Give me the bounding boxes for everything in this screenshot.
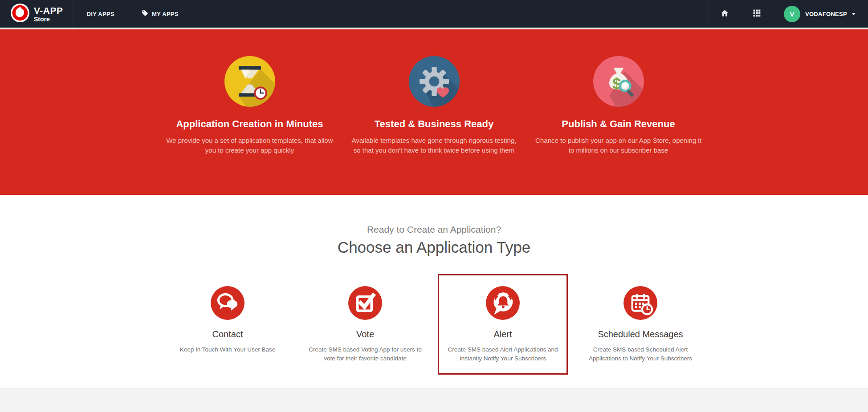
feature-card-creation: Application Creation in Minutes We provi… [160, 56, 339, 195]
apps-grid-button[interactable] [741, 0, 773, 28]
nav-item-diy-apps[interactable]: DIY APPS [73, 0, 128, 28]
chat-bubbles-icon [167, 286, 289, 320]
brand-subtitle: Store [34, 16, 63, 22]
application-chooser: Ready to Create an Application? Choose a… [0, 195, 868, 375]
vodafone-logo-icon [11, 4, 29, 24]
app-title: Vote [304, 329, 426, 339]
feature-card-revenue: $ Publish & Gain Revenue Chance to publi… [529, 56, 708, 195]
section-title: Choose an Application Type [0, 238, 868, 256]
calendar-clock-icon [579, 286, 701, 320]
nav-item-label: MY APPS [152, 11, 179, 17]
avatar: V [784, 6, 800, 22]
feature-description: Chance to publish your app on our App St… [533, 136, 705, 155]
money-bag-icon: $ [529, 56, 708, 107]
nav-item-label: DIY APPS [87, 11, 114, 17]
nav-item-my-apps[interactable]: MY APPS [128, 0, 192, 28]
navbar-right: V VODAFONESP [709, 0, 868, 28]
top-navbar: V-APP Store DIY APPS MY APPS [0, 0, 868, 28]
app-title: Contact [167, 329, 289, 339]
app-tile-vote[interactable]: Vote Create SMS based Voting App for use… [300, 274, 430, 375]
vote-checkbox-icon [304, 286, 426, 320]
brand-title: V-APP [34, 6, 63, 15]
apps-grid-icon [753, 9, 761, 19]
hero-section: Application Creation in Minutes We provi… [0, 29, 868, 195]
tag-icon [142, 10, 148, 18]
app-description: Keep In Touch With Your User Base [169, 345, 286, 354]
app-type-tiles: Contact Keep In Touch With Your User Bas… [0, 274, 868, 375]
app-description: Create SMS based Alert Applications and … [444, 345, 562, 364]
app-title: Alert [442, 329, 564, 339]
app-description: Create SMS based Voting App for users to… [306, 345, 424, 364]
footer-strip [0, 388, 868, 412]
feature-title: Tested & Business Ready [345, 118, 524, 130]
feature-description: We provide you a set of application temp… [164, 136, 336, 155]
app-tile-scheduled-messages[interactable]: Scheduled Messages Create SMS based Sche… [575, 274, 705, 375]
user-name: VODAFONESP [805, 11, 847, 17]
brand-text: V-APP Store [34, 6, 63, 22]
home-button[interactable] [709, 0, 741, 28]
chevron-down-icon [852, 13, 856, 17]
app-description: Create SMS based Scheduled Alert Applica… [582, 345, 699, 364]
feature-card-tested: Tested & Business Ready Available templa… [345, 56, 524, 195]
app-title: Scheduled Messages [579, 329, 701, 339]
feature-title: Publish & Gain Revenue [529, 118, 708, 130]
gear-heart-icon [345, 56, 524, 107]
section-subtitle: Ready to Create an Application? [0, 224, 868, 235]
app-tile-contact[interactable]: Contact Keep In Touch With Your User Bas… [163, 274, 293, 365]
brand-logo[interactable]: V-APP Store [0, 0, 73, 28]
feature-description: Available templates have gone through ri… [348, 136, 520, 155]
alert-bell-bubble-icon [442, 286, 564, 320]
feature-title: Application Creation in Minutes [160, 118, 339, 130]
user-menu[interactable]: V VODAFONESP [773, 0, 868, 28]
hourglass-clock-icon [160, 56, 339, 107]
app-tile-alert[interactable]: Alert Create SMS based Alert Application… [438, 274, 568, 375]
home-icon [721, 9, 729, 19]
